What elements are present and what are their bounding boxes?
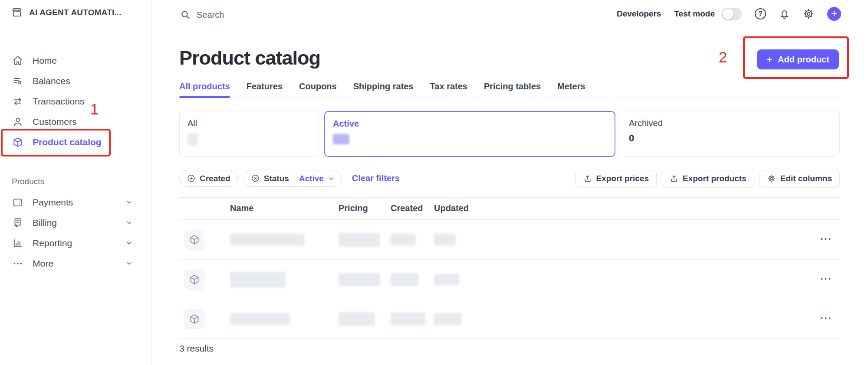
sidebar-item-home[interactable]: Home <box>0 50 151 71</box>
topbar-right: Developers Test mode ? + <box>617 0 841 28</box>
account-switcher[interactable]: AI AGENT AUTOMATI... <box>11 7 122 18</box>
annotation-label-2: 2 <box>719 49 727 66</box>
payments-icon <box>12 197 24 208</box>
card-label: Active <box>333 119 607 129</box>
sidebar-section-products: Products <box>12 177 44 186</box>
row-overflow-menu[interactable]: ··· <box>820 272 832 284</box>
clear-filters-link[interactable]: Clear filters <box>352 173 400 183</box>
column-header-created: Created <box>391 203 423 213</box>
table-actions: Export prices Export products Edit colum… <box>575 170 840 187</box>
redacted-updated <box>434 313 462 325</box>
notifications-bell-icon[interactable] <box>779 9 790 20</box>
sidebar-item-billing[interactable]: Billing <box>0 212 151 233</box>
filter-status-label: Status <box>264 174 289 183</box>
divider <box>294 174 294 183</box>
annotation-box-1 <box>1 129 111 156</box>
card-label: Archived <box>629 118 832 128</box>
tab-features[interactable]: Features <box>247 81 283 91</box>
redacted-count <box>333 134 349 144</box>
card-label: All <box>187 118 311 128</box>
settings-gear-icon[interactable] <box>803 8 814 20</box>
global-search[interactable] <box>180 10 292 20</box>
redacted-name <box>230 234 305 246</box>
redacted-pricing <box>339 233 380 247</box>
sidebar-item-reporting[interactable]: Reporting <box>0 233 151 253</box>
tab-pricing-tables[interactable]: Pricing tables <box>484 81 541 91</box>
create-plus-button[interactable]: + <box>827 7 841 21</box>
annotation-box-2 <box>743 36 849 79</box>
row-overflow-menu[interactable]: ··· <box>820 232 832 244</box>
page-title: Product catalog <box>179 47 320 69</box>
transactions-icon <box>12 96 24 107</box>
card-count: 0 <box>629 133 832 144</box>
redacted-created <box>391 273 418 286</box>
developers-link[interactable]: Developers <box>617 9 661 19</box>
search-icon <box>180 10 191 20</box>
catalog-tabs: All products Features Coupons Shipping r… <box>179 81 840 98</box>
results-count: 3 results <box>179 343 214 354</box>
redacted-updated <box>434 274 459 285</box>
summary-card-all[interactable]: All <box>179 111 319 157</box>
row-overflow-menu[interactable]: ··· <box>820 312 832 324</box>
redacted-name <box>230 313 290 325</box>
summary-card-archived[interactable]: Archived 0 <box>621 111 840 157</box>
export-products-button[interactable]: Export products <box>662 170 754 187</box>
search-input[interactable] <box>197 10 292 20</box>
storefront-icon <box>11 7 23 18</box>
more-ellipsis-icon <box>12 258 24 269</box>
filter-created-label: Created <box>200 174 230 183</box>
edit-columns-label: Edit columns <box>780 174 832 183</box>
filter-created[interactable]: Created <box>179 170 238 187</box>
product-cube-icon <box>184 270 204 290</box>
table-row[interactable]: ··· <box>179 299 840 339</box>
sidebar-nav-products: Payments Billing Reporting <box>0 192 151 274</box>
chevron-down-icon <box>125 260 133 267</box>
chevron-down-icon <box>125 219 133 226</box>
product-cube-icon <box>184 230 204 250</box>
sidebar-item-label: Payments <box>33 197 73 208</box>
help-icon[interactable]: ? <box>755 8 766 20</box>
summary-card-active[interactable]: Active <box>324 111 615 157</box>
chevron-down-icon <box>125 199 133 206</box>
home-icon <box>12 55 24 66</box>
annotation-label-1: 1 <box>90 101 99 118</box>
circle-plus-icon <box>187 174 196 183</box>
redacted-updated <box>434 234 456 246</box>
test-mode-toggle[interactable] <box>722 8 742 20</box>
sidebar-item-payments[interactable]: Payments <box>0 192 151 212</box>
tab-all-products[interactable]: All products <box>179 81 230 91</box>
sidebar-item-transactions[interactable]: Transactions <box>0 91 151 111</box>
test-mode-label: Test mode <box>674 9 715 19</box>
account-name: AI AGENT AUTOMATI... <box>29 8 122 17</box>
table-row[interactable]: ··· <box>179 260 840 299</box>
sidebar-item-label: Reporting <box>33 238 72 248</box>
tab-coupons[interactable]: Coupons <box>299 81 337 91</box>
circle-x-icon <box>251 174 260 183</box>
sidebar-item-balances[interactable]: Balances <box>0 71 151 91</box>
export-products-label: Export products <box>683 174 746 183</box>
column-header-name: Name <box>230 203 253 213</box>
export-icon <box>670 174 678 183</box>
app-window: AI AGENT AUTOMATI... Home Balances Trans… <box>0 0 868 365</box>
redacted-count <box>187 134 198 146</box>
billing-icon <box>12 217 24 228</box>
sidebar-item-label: Balances <box>33 76 70 86</box>
export-prices-button[interactable]: Export prices <box>575 170 657 187</box>
table-header: Name Pricing Created Updated <box>179 197 840 219</box>
reporting-icon <box>12 238 24 249</box>
balances-icon <box>12 75 24 87</box>
column-header-updated: Updated <box>434 203 469 213</box>
filter-status[interactable]: Status Active <box>243 170 342 187</box>
redacted-created <box>391 313 425 326</box>
edit-columns-button[interactable]: Edit columns <box>760 170 840 187</box>
export-prices-label: Export prices <box>596 174 649 183</box>
table-row[interactable]: ··· <box>179 220 840 259</box>
tab-tax-rates[interactable]: Tax rates <box>430 81 467 91</box>
sidebar: AI AGENT AUTOMATI... Home Balances Trans… <box>0 0 151 365</box>
sidebar-item-label: Billing <box>33 218 57 228</box>
chevron-down-icon <box>328 175 335 182</box>
tab-shipping-rates[interactable]: Shipping rates <box>353 81 414 91</box>
tab-meters[interactable]: Meters <box>557 81 585 91</box>
sidebar-item-more[interactable]: More <box>0 253 151 274</box>
gear-icon <box>767 174 776 183</box>
